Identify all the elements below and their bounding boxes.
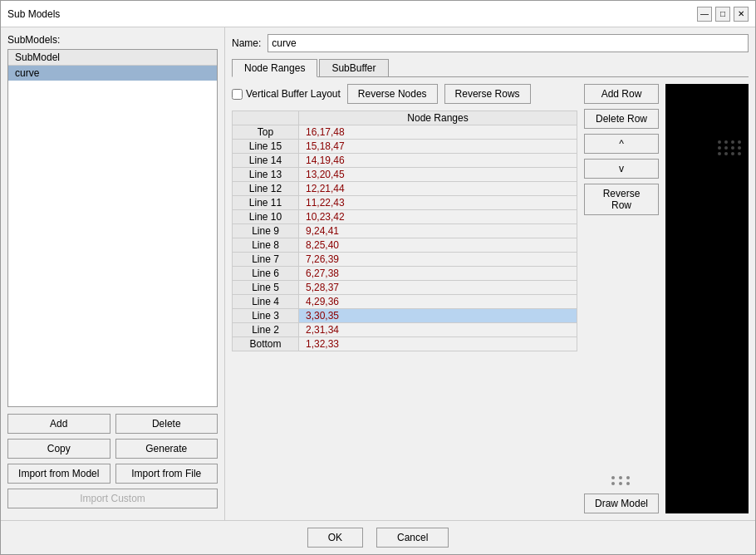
row-value: 6,27,38 [299, 267, 577, 281]
copy-generate-row: Copy Generate [7, 439, 218, 459]
side-buttons: Add Row Delete Row ^ v Reverse Row [584, 84, 659, 513]
table-row[interactable]: Line 44,29,36 [233, 295, 577, 309]
move-down-button[interactable]: v [584, 159, 659, 179]
table-scroll[interactable]: Node Ranges Top16,17,48Line 1515,18,47Li… [232, 111, 577, 513]
maximize-button[interactable]: □ [715, 7, 730, 22]
add-delete-row: Add Delete [7, 414, 218, 434]
dialog-title: Sub Models [7, 8, 60, 20]
row-label: Line 3 [233, 309, 299, 323]
tab-node-ranges[interactable]: Node Ranges [232, 59, 317, 77]
content-area: Vertical Buffer Layout Reverse Nodes Rev… [232, 84, 749, 513]
table-row[interactable]: Line 22,31,34 [233, 323, 577, 337]
table-row[interactable]: Line 1111,22,43 [233, 196, 577, 210]
row-value: 12,21,44 [299, 182, 577, 196]
row-label: Bottom [233, 337, 299, 351]
reverse-nodes-button[interactable]: Reverse Nodes [347, 84, 438, 104]
options-row: Vertical Buffer Layout Reverse Nodes Rev… [232, 84, 577, 104]
row-value: 14,19,46 [299, 154, 577, 168]
name-row: Name: [232, 34, 749, 52]
row-value: 15,18,47 [299, 140, 577, 154]
row-value: 11,22,43 [299, 196, 577, 210]
row-value: 10,23,42 [299, 210, 577, 224]
row-label: Line 2 [233, 323, 299, 337]
vertical-buffer-label: Vertical Buffer Layout [232, 88, 341, 100]
import-model-row: Import from Model Import from File [7, 464, 218, 484]
table-col2-header: Node Ranges [299, 111, 577, 125]
import-from-model-button[interactable]: Import from Model [7, 464, 110, 484]
table-col1-header [233, 111, 299, 125]
minimize-button[interactable]: — [697, 7, 712, 22]
row-label: Line 5 [233, 281, 299, 295]
tab-subbuffer[interactable]: SubBuffer [319, 59, 388, 76]
table-row[interactable]: Line 66,27,38 [233, 267, 577, 281]
submodels-label: SubModels: [7, 34, 218, 46]
row-label: Line 11 [233, 196, 299, 210]
table-row[interactable]: Line 1414,19,46 [233, 154, 577, 168]
row-label: Line 4 [233, 295, 299, 309]
table-row[interactable]: Line 33,30,35 [233, 309, 577, 323]
row-label: Line 12 [233, 182, 299, 196]
row-value: 4,29,36 [299, 295, 577, 309]
row-label: Line 13 [233, 168, 299, 182]
submodels-list[interactable]: SubModel curve [7, 49, 218, 407]
move-up-button[interactable]: ^ [584, 134, 659, 154]
list-item[interactable]: curve [8, 66, 217, 81]
reverse-row-button[interactable]: Reverse Row [584, 184, 659, 215]
draw-model-button[interactable]: Draw Model [584, 494, 659, 513]
row-label: Line 7 [233, 253, 299, 267]
table-row[interactable]: Line 1515,18,47 [233, 140, 577, 154]
table-row[interactable]: Bottom1,32,33 [233, 337, 577, 351]
delete-button[interactable]: Delete [115, 414, 218, 434]
row-label: Line 9 [233, 224, 299, 238]
row-value: 5,28,37 [299, 281, 577, 295]
table-row[interactable]: Line 99,24,41 [233, 224, 577, 238]
row-value: 8,25,40 [299, 238, 577, 253]
row-label: Top [233, 125, 299, 140]
table-area: Vertical Buffer Layout Reverse Nodes Rev… [232, 84, 577, 513]
table-row[interactable]: Line 88,25,40 [233, 238, 577, 253]
right-panel: Name: Node Ranges SubBuffer Vertical Buf… [225, 27, 755, 520]
left-panel: SubModels: SubModel curve Add Delete Cop… [1, 27, 225, 520]
name-input[interactable] [268, 34, 749, 52]
add-row-button[interactable]: Add Row [584, 84, 659, 104]
vertical-buffer-checkbox[interactable] [232, 89, 243, 100]
close-button[interactable]: ✕ [734, 7, 749, 22]
import-custom-button[interactable]: Import Custom [7, 489, 218, 508]
import-custom-row: Import Custom [7, 489, 218, 508]
table-row[interactable]: Line 77,26,39 [233, 253, 577, 267]
table-row[interactable]: Top16,17,48 [233, 125, 577, 140]
row-label: Line 14 [233, 154, 299, 168]
row-label: Line 6 [233, 267, 299, 281]
preview-area [665, 84, 749, 513]
add-button[interactable]: Add [7, 414, 110, 434]
row-value: 3,30,35 [299, 309, 577, 323]
row-label: Line 15 [233, 140, 299, 154]
import-from-file-button[interactable]: Import from File [115, 464, 218, 484]
row-value: 7,26,39 [299, 253, 577, 267]
generate-button[interactable]: Generate [115, 439, 218, 459]
delete-row-button[interactable]: Delete Row [584, 109, 659, 129]
footer: OK Cancel [1, 520, 755, 554]
dialog-body: SubModels: SubModel curve Add Delete Cop… [1, 27, 755, 520]
reverse-rows-button[interactable]: Reverse Rows [444, 84, 531, 104]
window-controls: — □ ✕ [697, 7, 749, 22]
table-row[interactable]: Line 1010,23,42 [233, 210, 577, 224]
row-value: 13,20,45 [299, 168, 577, 182]
cancel-button[interactable]: Cancel [376, 528, 449, 548]
row-value: 1,32,33 [299, 337, 577, 351]
copy-button[interactable]: Copy [7, 439, 110, 459]
name-label: Name: [232, 37, 261, 49]
tabs-bar: Node Ranges SubBuffer [232, 59, 749, 77]
row-value: 16,17,48 [299, 125, 577, 140]
table-row[interactable]: Line 1212,21,44 [233, 182, 577, 196]
node-ranges-table: Node Ranges Top16,17,48Line 1515,18,47Li… [232, 111, 577, 351]
table-row[interactable]: Line 1313,20,45 [233, 168, 577, 182]
list-column-header: SubModel [8, 50, 217, 66]
title-bar: Sub Models — □ ✕ [1, 1, 755, 27]
table-row[interactable]: Line 55,28,37 [233, 281, 577, 295]
sub-models-dialog: Sub Models — □ ✕ SubModels: SubModel cur… [0, 0, 756, 555]
row-value: 9,24,41 [299, 224, 577, 238]
ok-button[interactable]: OK [307, 528, 363, 548]
row-label: Line 8 [233, 238, 299, 253]
row-label: Line 10 [233, 210, 299, 224]
